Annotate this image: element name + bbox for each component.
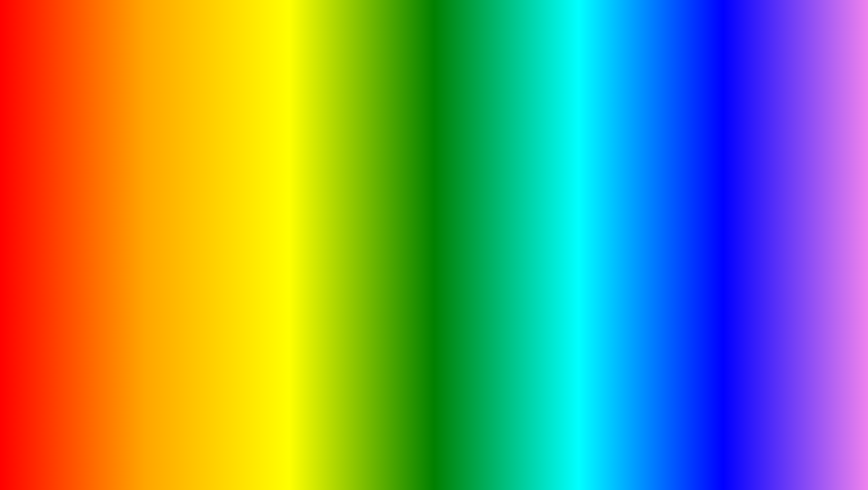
auto-new-world-label-text: | Auto New World [342, 230, 390, 236]
script-label-bottom: SCRIPT [439, 430, 563, 468]
sidebar-label-main2: Main 2 [170, 151, 185, 156]
right-sidebar-icon-main2: 👤 [287, 206, 293, 213]
mobile-top-right-text: MOBILE [559, 148, 707, 188]
pastebin-label-bottom: PASTEBIN [572, 430, 740, 468]
right-window-sidebar: 👤 Main 👤 Main 2 👤 Stat 👤 Teleport 👤 [283, 190, 324, 311]
platform-labels: MOBILE ✓ ANDROID ✓ [31, 174, 211, 253]
right-sidebar-icon-sea-monster: 👤 [287, 253, 293, 259]
dropdown-arrow-icon: ▼ [359, 143, 362, 147]
mobile-top-right-label: MOBILE [559, 147, 707, 189]
left-window-titlebar: Zen Hub : King Legacy 31/03/2023 - 10:26… [157, 124, 371, 134]
title-container: KING LEGACY [119, 8, 749, 80]
android-checkmark: ✓ [184, 216, 211, 253]
background: KING LEGACY MOBILE ✓ ANDROID ✓ MOBILE Ze… [4, 4, 864, 486]
thumbnail-label: KING LEGACY [789, 419, 814, 423]
difficulty-dropdown[interactable]: Difficulty : ▼ [202, 138, 367, 151]
bottom-bar: AUTO FARM SCRIPT PASTEBIN [74, 420, 794, 477]
right-sidebar-item-stat[interactable]: 👤 Stat [283, 215, 323, 227]
safe-mode-label: | Safe Mode [216, 187, 249, 193]
difficulty-label: Difficulty : [207, 142, 246, 148]
left-window-datetime: 31/03/2023 - 10:26:23 AM [ ID ] [276, 126, 368, 132]
game-thumbnail: KING LEGACY [756, 356, 846, 428]
zen-logo-auto-farm [333, 212, 340, 218]
right-sidebar-label-main: Main [296, 196, 306, 200]
right-window-content: Main | Auto Farm ✓ | Auto New World [324, 190, 497, 311]
right-window-datetime: 31/03/2 [473, 182, 494, 188]
auto-farm-left: | Auto Farm [333, 212, 375, 218]
right-sidebar-label-main2: Main 2 [296, 207, 311, 212]
sidebar-item-main[interactable]: 👤 Main [157, 136, 197, 147]
right-sidebar-item-main[interactable]: 👤 Main [283, 192, 323, 204]
android-label: ANDROID ✓ [31, 216, 211, 253]
skill-z-checkbox[interactable]: ✓ [482, 265, 488, 272]
zen-logo-titlebar-left [161, 126, 166, 131]
right-sidebar-icon-raid: 👤 [287, 241, 293, 248]
zen-logo-auto-new-world [333, 230, 340, 236]
auto-farm-label-bottom: AUTO FARM [129, 421, 430, 477]
zen-logo-skill-z [333, 265, 340, 272]
auto-farm-row[interactable]: | Auto Farm ✓ [328, 209, 493, 221]
right-sidebar-icon-teleport: 👤 [287, 230, 293, 236]
sidebar-label-main: Main [170, 139, 180, 144]
right-sidebar-label-more-info: More Info [296, 266, 313, 270]
sidebar-item-main2[interactable]: 👤 Main 2 [157, 147, 197, 159]
right-ui-window: Zen Hub : King Legacy 31/03/2 👤 Main 👤 M… [282, 179, 498, 314]
auto-raid-label: | Auto Raid [216, 158, 249, 164]
mobile-text: MOBILE [31, 175, 153, 211]
right-sidebar-label-raid: Raid [296, 242, 306, 247]
set-health-label: Set Health % [202, 171, 367, 177]
auto-farm-checkbox[interactable]: ✓ [482, 212, 488, 218]
mobile-label: MOBILE ✓ [31, 174, 211, 211]
zen-logo-titlebar-right [287, 182, 292, 187]
sidebar-item-stat[interactable]: 👤 Stat [157, 159, 197, 171]
right-sidebar-item-main2[interactable]: 👤 Main 2 [283, 204, 323, 215]
android-text: ANDROID [31, 216, 178, 252]
script-bottom-text: SCRIPT [439, 430, 563, 468]
pastebin-bottom-text: PASTEBIN [572, 430, 740, 468]
sidebar-label-stat: Stat [170, 163, 180, 167]
right-sidebar-label-sea-monster: Sea Monster [296, 254, 320, 258]
right-sidebar-label-stat: Stat [296, 219, 306, 223]
mobile-checkmark: ✓ [160, 174, 186, 211]
skill-z-label-text: | Skill Z [342, 266, 369, 272]
right-sidebar-item-more-info[interactable]: 👤 More Info [283, 262, 323, 274]
right-window-body: 👤 Main 👤 Main 2 👤 Stat 👤 Teleport 👤 [283, 190, 497, 311]
auto-new-world-row[interactable]: | Auto New World [328, 227, 493, 239]
left-window-title: Zen Hub : King Legacy [169, 125, 237, 132]
right-window-titlebar: Zen Hub : King Legacy 31/03/2 [283, 180, 497, 190]
sidebar-icon-stat: 👤 [161, 162, 167, 168]
right-sidebar-item-raid[interactable]: 👤 Raid [283, 239, 323, 250]
right-sidebar-icon-stat: 👤 [287, 218, 293, 224]
main-section-header: Main [328, 195, 493, 203]
skill-z-left: | Skill Z [333, 265, 369, 272]
right-sidebar-item-sea-monster[interactable]: 👤 Sea Monster [283, 250, 323, 262]
right-sidebar-label-teleport: Teleport [296, 231, 315, 235]
skill-section-header: Skill [328, 248, 493, 257]
auto-raid-button[interactable]: | Auto Raid [202, 155, 367, 167]
right-sidebar-icon-more-info: 👤 [287, 265, 293, 271]
sidebar-icon-main2: 👤 [161, 150, 167, 156]
sidebar-icon-main: 👤 [161, 138, 167, 145]
right-sidebar-icon-main: 👤 [287, 195, 293, 201]
auto-new-world-checkbox[interactable] [482, 230, 488, 236]
right-sidebar-item-teleport[interactable]: 👤 Teleport [283, 227, 323, 239]
auto-new-world-left: | Auto New World [333, 230, 390, 236]
auto-farm-bottom-text: AUTO FARM [129, 420, 430, 477]
auto-farm-label-text: | Auto Farm [342, 212, 375, 218]
skill-z-row[interactable]: | Skill Z ✓ [328, 262, 493, 275]
right-window-title: Zen Hub : King Legacy [295, 182, 363, 188]
game-title: KING LEGACY [172, 8, 696, 80]
zen-logo-auto-raid [207, 158, 214, 164]
